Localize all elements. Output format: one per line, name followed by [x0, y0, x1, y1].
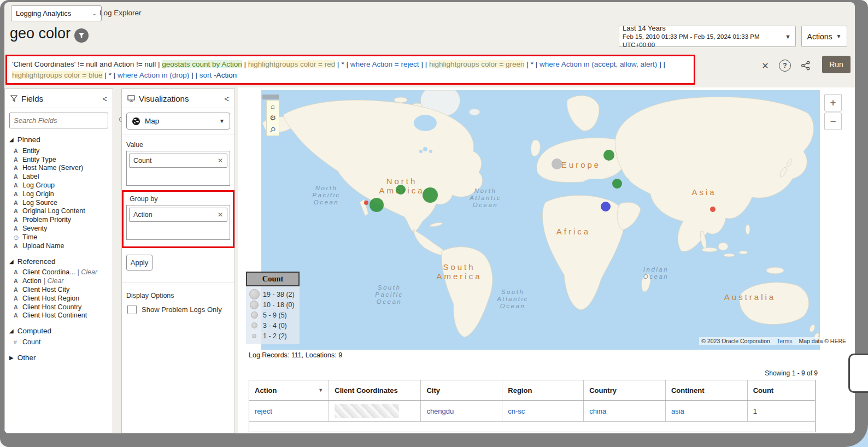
- share-icon[interactable]: [799, 59, 812, 72]
- table-cell[interactable]: cn-sc: [502, 401, 584, 421]
- map-zoom-out-button[interactable]: −: [824, 113, 842, 130]
- show-problem-logs-checkbox[interactable]: [127, 305, 137, 314]
- field-item[interactable]: #Count: [5, 338, 113, 346]
- column-header[interactable]: City: [421, 380, 502, 400]
- map-marker[interactable]: [603, 150, 614, 161]
- query-token: where Action = reject: [350, 60, 419, 68]
- map-marker[interactable]: [601, 202, 611, 211]
- sort-caret-icon: ▼: [318, 387, 323, 393]
- map-legend: Count 19 - 38 (2)10 - 18 (0)5 - 9 (5)3 -…: [246, 272, 300, 344]
- clear-field-link[interactable]: | Clear: [78, 268, 98, 276]
- map-canvas[interactable]: NorthPacificOceanNorthAmericaNorthAtlant…: [261, 90, 820, 350]
- chart-type-dropdown[interactable]: Map ▼: [126, 113, 230, 130]
- help-icon[interactable]: ?: [778, 59, 791, 72]
- groupby-chip[interactable]: Action ✕: [129, 208, 227, 222]
- query-input[interactable]: 'Client Coordinates' != null and Action …: [7, 56, 694, 84]
- remove-chip-icon[interactable]: ✕: [218, 157, 223, 164]
- text-field-icon: A: [14, 199, 22, 206]
- map-marker[interactable]: [396, 185, 406, 195]
- text-field-icon: A: [14, 278, 22, 284]
- map-marker[interactable]: [552, 158, 562, 169]
- table-cell[interactable]: reject: [249, 401, 329, 421]
- text-field-icon: A: [14, 312, 22, 319]
- legend-row[interactable]: 19 - 38 (2): [248, 289, 297, 299]
- fields-section-header[interactable]: ◢Referenced: [9, 257, 113, 266]
- query-token: [ * |: [335, 60, 350, 68]
- field-item[interactable]: AProblem Priority: [5, 215, 113, 224]
- log-records-status: Log Records: 111, Locations: 9: [249, 351, 342, 359]
- number-field-icon: #: [14, 339, 22, 345]
- field-item[interactable]: AHost Name (Server): [5, 164, 113, 173]
- time-range-picker[interactable]: Last 14 Years Feb 15, 2010 01:33 PM - Fe…: [619, 26, 796, 47]
- collapse-panel-icon[interactable]: <: [102, 94, 107, 103]
- field-item[interactable]: AClient Host City: [5, 285, 113, 294]
- table-cell[interactable]: china: [584, 401, 666, 421]
- fields-section-header[interactable]: ▶Other: [9, 354, 113, 362]
- field-item[interactable]: AEntity Type: [5, 155, 113, 164]
- legend-row[interactable]: 5 - 9 (5): [248, 310, 297, 320]
- actions-button[interactable]: Actions ▼: [801, 26, 847, 47]
- field-item[interactable]: ALog Group: [5, 181, 113, 190]
- map-marker[interactable]: [364, 201, 368, 205]
- search-fields-input[interactable]: [10, 116, 115, 125]
- field-item[interactable]: ASeverity: [5, 224, 113, 233]
- fields-sections: ◢PinnedAEntityAEntity TypeAHost Name (Se…: [5, 136, 113, 362]
- table-cell[interactable]: chengdu: [421, 401, 502, 421]
- field-item[interactable]: AUpload Name: [5, 242, 113, 250]
- column-header[interactable]: Continent: [666, 380, 748, 400]
- field-item[interactable]: ALog Source: [5, 198, 113, 207]
- terms-link[interactable]: Terms: [777, 338, 793, 344]
- map-marker[interactable]: [370, 198, 384, 212]
- field-item[interactable]: AEntity: [5, 146, 113, 155]
- map-zoom-in-button[interactable]: +: [824, 94, 842, 111]
- query-token: 'Client Coordinates' != null and Action …: [12, 60, 158, 68]
- map-marker[interactable]: [612, 179, 622, 189]
- field-item[interactable]: AOriginal Log Content: [5, 207, 113, 216]
- field-item[interactable]: ALabel: [5, 172, 113, 181]
- clear-query-icon[interactable]: ✕: [759, 59, 772, 72]
- field-item[interactable]: ALog Origin: [5, 190, 113, 198]
- visualizations-panel: Visualizations < Map ▼ Value Count ✕ Gro…: [121, 89, 235, 433]
- column-header[interactable]: Count: [748, 380, 815, 400]
- clear-field-link[interactable]: | Clear: [44, 277, 64, 285]
- toolbar-drag-handle[interactable]: [262, 95, 279, 99]
- filter-funnel-badge[interactable]: [74, 28, 89, 43]
- legend-row[interactable]: 1 - 2 (2): [248, 331, 297, 341]
- map-marker[interactable]: [710, 207, 715, 212]
- show-problem-logs-label: Show Problem Logs Only: [142, 305, 222, 314]
- gear-icon[interactable]: ⚙: [269, 114, 276, 121]
- field-item[interactable]: AClient Host Region: [5, 294, 113, 303]
- floating-scroll-handle[interactable]: [848, 354, 868, 393]
- field-item[interactable]: AAction | Clear: [5, 277, 113, 285]
- field-item[interactable]: AClient Host Country: [5, 303, 113, 311]
- remove-chip-icon[interactable]: ✕: [218, 211, 223, 219]
- home-icon[interactable]: ⌂: [271, 103, 275, 110]
- fields-section-header[interactable]: ◢Computed: [9, 327, 113, 335]
- groupby-chip-box: Action ✕: [126, 205, 230, 240]
- legend-row[interactable]: 3 - 4 (0): [248, 320, 297, 331]
- table-cell[interactable]: asia: [666, 401, 748, 421]
- column-header[interactable]: Client Coordinates: [329, 380, 421, 400]
- column-header[interactable]: Country: [584, 380, 666, 400]
- breadcrumb: Log Explorer: [99, 9, 142, 17]
- fields-section-header[interactable]: ◢Pinned: [9, 136, 113, 144]
- map-marker[interactable]: [423, 187, 438, 203]
- field-item[interactable]: AClient Coordina... | Clear: [5, 268, 113, 277]
- chart-type-value: Map: [145, 117, 215, 125]
- query-token: -Action: [212, 71, 237, 79]
- column-header[interactable]: Region: [502, 380, 584, 400]
- legend-rows: 19 - 38 (2)10 - 18 (0)5 - 9 (5)3 - 4 (0)…: [246, 286, 300, 344]
- groupby-annotation-box: Group by Action ✕: [122, 190, 234, 248]
- apply-button[interactable]: Apply: [126, 255, 153, 270]
- zoom-to-data-icon[interactable]: ⚲: [268, 125, 277, 134]
- field-item[interactable]: AClient Host Continent: [5, 311, 113, 320]
- legend-row[interactable]: 10 - 18 (0): [248, 299, 297, 310]
- collapse-panel-icon[interactable]: <: [224, 94, 229, 103]
- service-dropdown[interactable]: Logging Analytics ⌄: [11, 5, 102, 21]
- column-header[interactable]: Action▼: [249, 380, 329, 400]
- value-chip[interactable]: Count ✕: [129, 154, 227, 168]
- text-field-icon: A: [14, 208, 22, 214]
- query-token: |: [242, 60, 248, 68]
- field-item[interactable]: ◷Time: [5, 233, 113, 242]
- run-button[interactable]: Run: [822, 56, 851, 73]
